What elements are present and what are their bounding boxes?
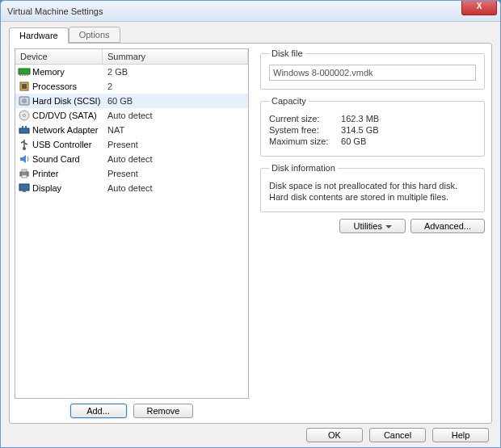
chevron-down-icon (385, 225, 392, 228)
svg-rect-6 (22, 84, 27, 89)
svg-point-8 (22, 98, 27, 103)
net-icon (18, 124, 31, 136)
hardware-right-pane: Disk file Capacity Current size: 162.3 M… (254, 44, 491, 423)
device-cell: Memory (15, 65, 103, 78)
help-button[interactable]: Help (432, 428, 489, 442)
utilities-button[interactable]: Utilities (339, 219, 405, 233)
disk-file-group: Disk file (260, 48, 485, 90)
device-name: Hard Disk (SCSI) (32, 96, 100, 106)
svg-rect-4 (27, 74, 28, 76)
cd-icon (18, 109, 31, 122)
remove-button[interactable]: Remove (133, 404, 194, 418)
tab-options[interactable]: Options (69, 27, 120, 43)
device-row[interactable]: Sound CardAuto detect (15, 152, 248, 166)
device-summary: NAT (103, 125, 248, 135)
device-name: CD/DVD (SATA) (32, 111, 97, 120)
printer-icon (18, 167, 31, 180)
device-summary: Auto detect (103, 183, 248, 193)
svg-rect-19 (23, 191, 26, 192)
device-row[interactable]: DisplayAuto detect (15, 181, 248, 195)
dialog-footer: OK Cancel Help (306, 428, 489, 442)
device-summary: Present (103, 140, 248, 149)
disk-info-line2: Hard disk contents are stored in multipl… (269, 192, 476, 202)
tab-body: Device Summary Memory2 GBProcessors2Hard… (9, 43, 492, 424)
device-row[interactable]: Network AdapterNAT (15, 123, 248, 137)
device-buttons: Add... Remove (15, 399, 249, 418)
svg-rect-1 (19, 74, 21, 76)
cancel-button[interactable]: Cancel (369, 428, 426, 442)
device-summary: Auto detect (103, 154, 248, 164)
device-name: Sound Card (32, 154, 80, 164)
max-size-row: Maximum size: 60 GB (269, 136, 476, 146)
system-free-value: 314.5 GB (341, 125, 378, 135)
device-row[interactable]: Memory2 GB (15, 65, 248, 79)
max-size-label: Maximum size: (269, 136, 339, 146)
settings-window: Virtual Machine Settings X Hardware Opti… (0, 0, 501, 448)
disk-info-legend: Disk information (269, 163, 338, 173)
device-cell: Printer (15, 167, 103, 180)
device-summary: 60 GB (103, 96, 248, 106)
disk-file-legend: Disk file (269, 48, 305, 58)
capacity-group: Capacity Current size: 162.3 MB System f… (260, 96, 485, 157)
sound-icon (18, 153, 31, 165)
device-cell: Processors (15, 80, 103, 93)
svg-point-14 (23, 147, 26, 150)
capacity-legend: Capacity (269, 96, 309, 106)
device-list-header: Device Summary (15, 49, 248, 65)
device-cell: Display (15, 182, 103, 195)
device-name: Display (32, 183, 61, 193)
window-title: Virtual Machine Settings (7, 6, 103, 16)
svg-rect-0 (19, 69, 30, 74)
device-cell: Sound Card (15, 153, 103, 165)
usb-icon (18, 138, 31, 151)
disk-info-group: Disk information Disk space is not preal… (260, 163, 485, 212)
device-summary: Present (103, 169, 248, 178)
device-row[interactable]: Hard Disk (SCSI)60 GB (15, 94, 248, 108)
device-name: USB Controller (32, 140, 91, 149)
svg-rect-18 (19, 184, 29, 191)
disk-file-input[interactable] (269, 65, 476, 81)
svg-rect-13 (25, 126, 27, 128)
col-summary[interactable]: Summary (103, 49, 248, 64)
device-cell: USB Controller (15, 138, 103, 151)
hardware-left-pane: Device Summary Memory2 GBProcessors2Hard… (10, 44, 254, 423)
device-summary: Auto detect (103, 111, 248, 120)
titlebar: Virtual Machine Settings X (1, 1, 500, 22)
device-summary: 2 (103, 82, 248, 91)
svg-point-10 (23, 115, 26, 117)
device-row[interactable]: Processors2 (15, 79, 248, 94)
current-size-label: Current size: (269, 114, 339, 124)
system-free-label: System free: (269, 125, 339, 135)
device-name: Processors (32, 82, 77, 91)
device-cell: CD/DVD (SATA) (15, 109, 103, 122)
svg-rect-16 (22, 170, 27, 172)
svg-rect-2 (22, 74, 23, 76)
advanced-button[interactable]: Advanced... (410, 219, 485, 233)
device-cell: Network Adapter (15, 124, 103, 136)
close-button[interactable]: X (461, 1, 497, 15)
tab-strip: Hardware Options (1, 22, 500, 43)
device-row[interactable]: PrinterPresent (15, 166, 248, 181)
device-row[interactable]: CD/DVD (SATA)Auto detect (15, 108, 248, 123)
svg-rect-11 (19, 128, 29, 133)
device-name: Printer (32, 169, 58, 178)
cpu-icon (18, 80, 31, 93)
current-size-value: 162.3 MB (341, 114, 379, 124)
device-name: Network Adapter (32, 125, 98, 135)
disk-action-buttons: Utilities Advanced... (260, 219, 485, 233)
svg-rect-12 (22, 126, 23, 128)
ok-button[interactable]: OK (306, 428, 363, 442)
device-summary: 2 GB (103, 67, 248, 77)
tab-hardware[interactable]: Hardware (9, 27, 69, 44)
hdd-icon (18, 94, 31, 107)
utilities-label: Utilities (353, 221, 381, 231)
svg-rect-17 (22, 175, 27, 178)
device-name: Memory (32, 67, 65, 77)
add-button[interactable]: Add... (70, 404, 127, 418)
device-list[interactable]: Device Summary Memory2 GBProcessors2Hard… (15, 48, 249, 399)
device-cell: Hard Disk (SCSI) (15, 94, 103, 107)
device-row[interactable]: USB ControllerPresent (15, 137, 248, 152)
display-icon (18, 182, 31, 195)
col-device[interactable]: Device (15, 49, 103, 64)
svg-rect-3 (24, 74, 26, 76)
